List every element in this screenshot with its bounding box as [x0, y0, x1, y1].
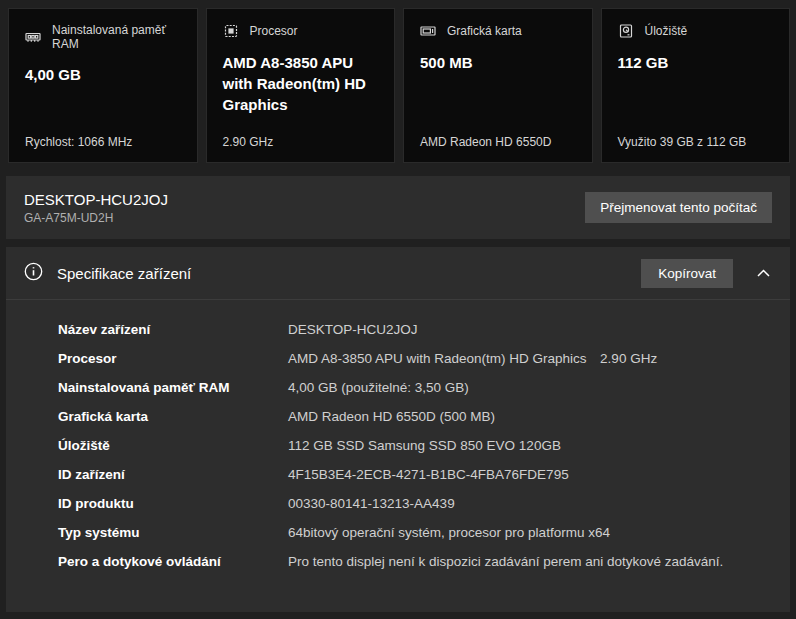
spec-row-label: Název zařízení	[58, 321, 288, 339]
spec-card-value: 500 MB	[420, 52, 576, 73]
spec-row-value: AMD Radeon HD 6550D (500 MB)	[288, 408, 740, 426]
settings-about-page: Nainstalovaná paměť RAM 4,00 GB Rychlost…	[0, 0, 796, 619]
spec-row-product-id: ID produktu 00330-80141-13213-AA439	[58, 495, 790, 513]
spec-row-graphics-card: Grafická karta AMD Radeon HD 6550D (500 …	[58, 408, 790, 426]
spec-row-processor: Procesor AMD A8-3850 APU with Radeon(tm)…	[58, 350, 790, 368]
spec-row-device-id: ID zařízení 4F15B3E4-2ECB-4271-B1BC-4FBA…	[58, 466, 790, 484]
spec-row-label: ID zařízení	[58, 466, 288, 484]
spec-card-value: 4,00 GB	[25, 64, 181, 85]
spec-card-title: Procesor	[250, 24, 298, 38]
spec-row-label: Procesor	[58, 350, 288, 368]
spec-row-pen-touch: Pero a dotykové ovládání Pro tento displ…	[58, 553, 790, 571]
spec-card-footer: Využito 39 GB z 112 GB	[618, 135, 774, 149]
spec-card-header: Úložiště	[618, 23, 774, 39]
device-model: GA-A75M-UD2H	[24, 211, 168, 225]
spec-row-value: AMD A8-3850 APU with Radeon(tm) HD Graph…	[288, 350, 740, 368]
spec-row-system-type: Typ systému 64bitový operační systém, pr…	[58, 524, 790, 542]
spec-details-list: Název zařízení DESKTOP-HCU2JOJ Procesor …	[6, 300, 790, 571]
ram-icon	[25, 29, 41, 45]
spec-card-header: Nainstalovaná paměť RAM	[25, 23, 181, 51]
storage-icon	[618, 23, 634, 39]
info-icon	[24, 262, 43, 285]
spec-row-label: ID produktu	[58, 495, 288, 513]
spec-card-title: Úložiště	[645, 24, 688, 38]
spec-row-value: 64bitový operační systém, procesor pro p…	[288, 524, 740, 542]
gpu-icon	[420, 23, 436, 39]
spec-row-value: 112 GB SSD Samsung SSD 850 EVO 120GB	[288, 437, 740, 455]
spec-row-label: Typ systému	[58, 524, 288, 542]
spec-row-value: 00330-80141-13213-AA439	[288, 495, 740, 513]
spec-card-header: Grafická karta	[420, 23, 576, 39]
spec-row-value: DESKTOP-HCU2JOJ	[288, 321, 740, 339]
spec-card-header: Procesor	[223, 23, 379, 39]
spec-row-installed-ram: Nainstalovaná paměť RAM 4,00 GB (použite…	[58, 379, 790, 397]
spec-card-title: Grafická karta	[447, 24, 522, 38]
spec-row-value: 4,00 GB (použitelné: 3,50 GB)	[288, 379, 740, 397]
spec-row-value: Pro tento displej není k dispozici zadáv…	[288, 553, 740, 571]
spec-row-label: Grafická karta	[58, 408, 288, 426]
spec-card-footer: AMD Radeon HD 6550D	[420, 135, 576, 149]
spec-card-value: 112 GB	[618, 52, 774, 73]
hardware-cards-row: Nainstalovaná paměť RAM 4,00 GB Rychlost…	[0, 0, 796, 163]
rename-pc-button[interactable]: Přejmenovat tento počítač	[585, 192, 772, 223]
spec-card-cpu: Procesor AMD A8-3850 APU with Radeon(tm)…	[206, 8, 396, 163]
device-name: DESKTOP-HCU2JOJ	[24, 191, 168, 208]
chevron-up-icon[interactable]	[757, 269, 770, 277]
spec-card-value: AMD A8-3850 APU with Radeon(tm) HD Graph…	[223, 52, 379, 115]
device-identity: DESKTOP-HCU2JOJ GA-A75M-UD2H	[24, 191, 168, 225]
spec-row-label: Úložiště	[58, 437, 288, 455]
spec-card-title: Nainstalovaná paměť RAM	[52, 23, 181, 51]
spec-row-device-name: Název zařízení DESKTOP-HCU2JOJ	[58, 321, 790, 339]
spec-card-gpu: Grafická karta 500 MB AMD Radeon HD 6550…	[403, 8, 593, 163]
device-name-band: DESKTOP-HCU2JOJ GA-A75M-UD2H Přejmenovat…	[6, 176, 790, 239]
spec-card-footer: Rychlost: 1066 MHz	[25, 135, 181, 149]
spec-card-ram: Nainstalovaná paměť RAM 4,00 GB Rychlost…	[8, 8, 198, 163]
spec-row-value: 4F15B3E4-2ECB-4271-B1BC-4FBA76FDE795	[288, 466, 740, 484]
device-specifications-header[interactable]: Specifikace zařízení Kopírovat	[6, 247, 790, 299]
spec-row-label: Nainstalovaná paměť RAM	[58, 379, 288, 397]
spec-card-footer: 2.90 GHz	[223, 135, 379, 149]
spec-row-label: Pero a dotykové ovládání	[58, 553, 288, 571]
cpu-icon	[223, 23, 239, 39]
spec-card-storage: Úložiště 112 GB Využito 39 GB z 112 GB	[601, 8, 791, 163]
spec-row-storage: Úložiště 112 GB SSD Samsung SSD 850 EVO …	[58, 437, 790, 455]
section-title: Specifikace zařízení	[57, 265, 191, 282]
copy-button[interactable]: Kopírovat	[641, 259, 733, 288]
device-specifications-panel: Specifikace zařízení Kopírovat Název zař…	[6, 247, 790, 612]
